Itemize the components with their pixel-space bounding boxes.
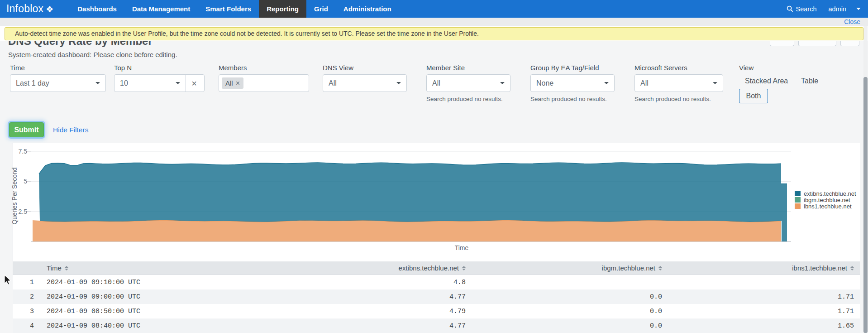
toolbar-button-fragment-2[interactable] bbox=[798, 41, 836, 46]
user-menu[interactable]: admin bbox=[829, 5, 847, 13]
member-tag-label: All bbox=[225, 79, 233, 87]
x-axis-title: Time bbox=[444, 244, 480, 251]
cell-value: 0.0 bbox=[472, 308, 668, 315]
column-label: extibns.techblue.net bbox=[399, 264, 459, 272]
table-row: 32024-01-09 08:50:00 UTC4.790.01.71 bbox=[13, 304, 860, 319]
table-row: 42024-01-09 08:40:00 UTC4.770.01.65 bbox=[13, 319, 860, 333]
row-index: 2 bbox=[13, 293, 38, 301]
cell-value: 4.8 bbox=[300, 279, 472, 286]
filter-microsoft-servers[interactable]: All bbox=[634, 74, 723, 92]
filter-value: None bbox=[536, 79, 604, 87]
infoblox-diamond-icon: ❖ bbox=[46, 4, 53, 14]
legend-item[interactable]: ibns1.techblue.net bbox=[795, 203, 856, 209]
filter-no-results-note: Search produced no results. bbox=[426, 96, 503, 102]
cell-time: 2024-01-09 08:40:00 UTC bbox=[38, 322, 300, 330]
dashboard-subtitle: System-created dashboard: Please clone b… bbox=[8, 51, 177, 58]
filter-group-by-ea-tag-field[interactable]: None bbox=[530, 74, 615, 92]
close-link[interactable]: Close bbox=[844, 18, 860, 25]
toolbar-button-fragment-3[interactable] bbox=[840, 41, 859, 46]
table-header-ibns1[interactable]: ibns1.techblue.net bbox=[668, 264, 860, 272]
sort-icon[interactable] bbox=[65, 266, 68, 270]
nav-item-administration[interactable]: Administration bbox=[336, 0, 399, 18]
clear-filter-icon[interactable]: × bbox=[186, 79, 199, 88]
nav-item-smart-folders[interactable]: Smart Folders bbox=[198, 0, 259, 18]
filter-no-results-note: Search produced no results. bbox=[530, 96, 607, 102]
chevron-down-icon bbox=[95, 82, 100, 87]
cell-value: 0.0 bbox=[472, 293, 668, 301]
nav-item-reporting[interactable]: Reporting bbox=[259, 0, 306, 18]
page: Infoblox ❖ DashboardsData ManagementSmar… bbox=[0, 0, 868, 333]
filter-members[interactable]: All× bbox=[219, 74, 309, 92]
cell-value: 1.71 bbox=[668, 308, 860, 315]
title-clip: DNS Query Rate by Member bbox=[0, 41, 543, 51]
nav-item-data-management[interactable]: Data Management bbox=[124, 0, 198, 18]
legend-item[interactable]: ibgm.techblue.net bbox=[795, 197, 856, 203]
infoblox-logo[interactable]: Infoblox ❖ bbox=[6, 3, 53, 15]
view-option-table[interactable]: Table bbox=[801, 77, 818, 85]
filter-top-n[interactable]: 10× bbox=[114, 74, 205, 92]
nav-item-dashboards[interactable]: Dashboards bbox=[70, 0, 124, 18]
filter-value: All bbox=[640, 79, 713, 87]
chevron-down-icon bbox=[604, 82, 609, 87]
filter-no-results-note: Search produced no results. bbox=[634, 96, 711, 102]
filter-label-top-n: Top N bbox=[114, 64, 132, 72]
column-label: Time bbox=[47, 264, 62, 272]
timezone-warning-text: Auto-detect time zone was enabled in the… bbox=[15, 30, 479, 37]
page-title: DNS Query Rate by Member bbox=[8, 41, 153, 48]
table-row: 12024-01-09 09:10:00 UTC4.8 bbox=[13, 275, 860, 290]
submit-button[interactable]: Submit bbox=[9, 122, 44, 137]
legend-swatch bbox=[795, 191, 801, 196]
sort-icon[interactable] bbox=[462, 266, 466, 270]
cell-time: 2024-01-09 09:00:00 UTC bbox=[38, 293, 300, 301]
chevron-down-icon bbox=[500, 82, 505, 87]
filter-value: All bbox=[329, 79, 396, 87]
scrollbar-thumb[interactable] bbox=[863, 77, 868, 333]
filter-label-members: Members bbox=[219, 64, 247, 72]
sort-icon[interactable] bbox=[658, 266, 662, 270]
results-table: Timeextibns.techblue.netibgm.techblue.ne… bbox=[13, 261, 860, 333]
column-label: ibns1.techblue.net bbox=[792, 264, 847, 272]
chevron-down-icon bbox=[713, 82, 717, 87]
table-body: 12024-01-09 09:10:00 UTC4.822024-01-09 0… bbox=[13, 275, 860, 333]
filter-time[interactable]: Last 1 day bbox=[10, 74, 106, 92]
filter-label-group-by-ea-tag-field: Group By EA Tag/Field bbox=[530, 64, 599, 72]
table-header-time[interactable]: Time bbox=[38, 264, 300, 272]
y-axis-title: Queries Per Second bbox=[11, 160, 19, 232]
row-index: 1 bbox=[13, 279, 38, 286]
view-option-stacked-area[interactable]: Stacked Area bbox=[745, 77, 788, 85]
chart-legend: extibns.techblue.netibgm.techblue.netibn… bbox=[795, 190, 856, 209]
table-row: 22024-01-09 09:00:00 UTC4.770.01.71 bbox=[13, 290, 860, 304]
filter-member-site[interactable]: All bbox=[426, 74, 510, 92]
nav-item-grid[interactable]: Grid bbox=[306, 0, 336, 18]
cell-value: 4.79 bbox=[300, 308, 472, 315]
notification-strip: Close bbox=[0, 18, 868, 26]
nav-search[interactable]: Search bbox=[787, 5, 817, 13]
table-header-row: Timeextibns.techblue.netibgm.techblue.ne… bbox=[13, 261, 860, 275]
filter-label-dns-view: DNS View bbox=[323, 64, 353, 72]
nav-right: Search admin bbox=[787, 5, 861, 13]
legend-swatch bbox=[795, 197, 801, 203]
chevron-down-icon[interactable] bbox=[856, 8, 861, 12]
nav-menu: DashboardsData ManagementSmart FoldersRe… bbox=[70, 0, 399, 18]
cell-value: 1.65 bbox=[668, 322, 860, 330]
table-header-extibns[interactable]: extibns.techblue.net bbox=[300, 264, 472, 272]
legend-item[interactable]: extibns.techblue.net bbox=[795, 190, 856, 197]
filter-label-time: Time bbox=[10, 64, 25, 72]
search-icon bbox=[787, 5, 793, 12]
hide-filters-link[interactable]: Hide Filters bbox=[53, 126, 88, 134]
filter-label-microsoft-servers: Microsoft Servers bbox=[634, 64, 687, 72]
cell-value: 0.0 bbox=[472, 322, 668, 330]
table-header-ibgm[interactable]: ibgm.techblue.net bbox=[472, 264, 668, 272]
y-axis-tick-label: 7.5 bbox=[8, 147, 27, 156]
cell-value: 4.77 bbox=[300, 293, 472, 301]
row-index: 4 bbox=[13, 322, 38, 330]
timezone-warning-banner: Auto-detect time zone was enabled in the… bbox=[5, 27, 863, 40]
toolbar-button-fragment-1[interactable] bbox=[770, 41, 794, 46]
remove-tag-icon[interactable]: × bbox=[236, 80, 240, 87]
legend-swatch bbox=[795, 203, 801, 209]
view-option-both-button[interactable]: Both bbox=[739, 89, 768, 103]
sort-icon[interactable] bbox=[850, 266, 854, 270]
infoblox-logo-text: Infoblox bbox=[6, 3, 43, 15]
filter-dns-view[interactable]: All bbox=[323, 74, 407, 92]
row-index: 3 bbox=[13, 308, 38, 315]
